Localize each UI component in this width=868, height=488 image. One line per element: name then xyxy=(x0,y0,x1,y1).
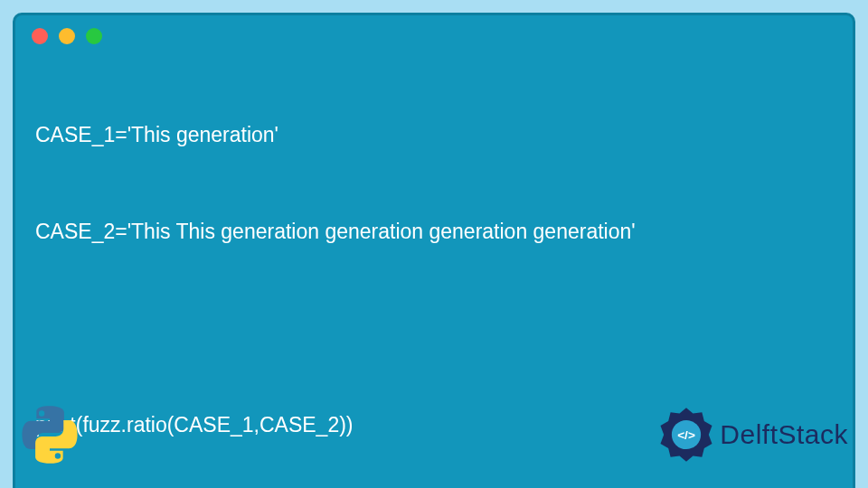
brand: </> DelftStack xyxy=(658,407,848,463)
svg-text:</>: </> xyxy=(677,428,695,442)
code-line: CASE_2='This This generation generation … xyxy=(35,216,833,249)
window-titlebar xyxy=(15,15,853,52)
minimize-icon[interactable] xyxy=(59,28,75,44)
python-icon xyxy=(18,403,81,466)
maximize-icon[interactable] xyxy=(86,28,102,44)
brand-name: DelftStack xyxy=(720,419,848,450)
close-icon[interactable] xyxy=(32,28,48,44)
brand-badge-icon: </> xyxy=(658,407,714,463)
code-line xyxy=(35,313,833,345)
code-line: CASE_1='This generation' xyxy=(35,119,833,152)
footer: </> DelftStack xyxy=(13,394,855,475)
